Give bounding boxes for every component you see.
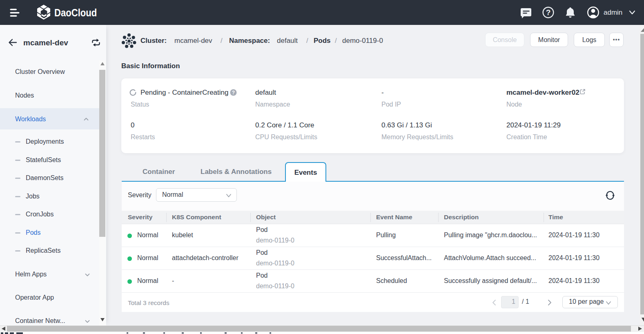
svg-text:?: ? xyxy=(232,90,235,96)
svg-text:?: ? xyxy=(546,8,551,17)
